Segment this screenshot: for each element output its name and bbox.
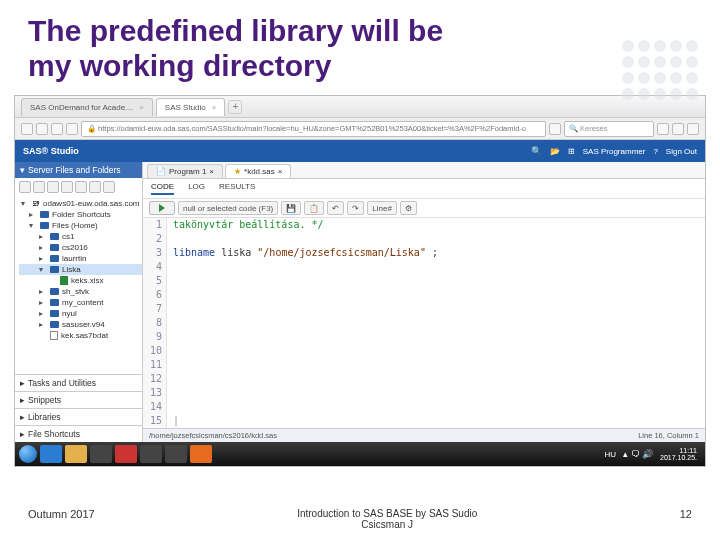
taskbar-ie-icon[interactable] <box>40 445 62 463</box>
tool-button[interactable] <box>89 181 101 193</box>
tool-button[interactable] <box>19 181 31 193</box>
tree-node[interactable]: ▾Files (Home) <box>19 220 142 231</box>
footer-center: Introduction to SAS BASE by SAS Sudio Cs… <box>95 508 680 530</box>
tree-node[interactable]: ▸sh_stvk <box>19 286 142 297</box>
section-label: File Shortcuts <box>28 429 80 439</box>
line-label: Line# <box>372 204 392 213</box>
close-icon[interactable]: × <box>209 167 214 176</box>
signout-button[interactable]: Sign Out <box>666 147 697 156</box>
tool-button[interactable] <box>47 181 59 193</box>
code-lines[interactable]: takönyvtár beállítása. */ libname liska … <box>167 218 705 428</box>
clock[interactable]: 11:11 2017.10.25. <box>656 447 701 461</box>
code-line <box>173 288 705 302</box>
sidebar-section-tasks[interactable]: ▸Tasks and Utilities <box>15 374 142 391</box>
url-text: https://odamid-euw.oda.sas.com/SASStudio… <box>98 124 526 133</box>
tool-button[interactable]: 📋 <box>304 201 324 215</box>
tab-label: *kdd.sas <box>244 167 275 176</box>
code-area[interactable]: 1 2 3 4 5 6 7 8 9 10 11 12 13 14 15 <box>143 218 705 428</box>
run-button[interactable] <box>149 201 175 215</box>
tree-node[interactable]: ▸nyul <box>19 308 142 319</box>
search-box[interactable]: 🔍Keresés <box>564 121 654 137</box>
taskbar-app-icon[interactable] <box>165 445 187 463</box>
tool-button[interactable]: ↷ <box>347 201 364 215</box>
tool-button[interactable] <box>33 181 45 193</box>
line-num: 13 <box>143 386 162 400</box>
subtab-log[interactable]: LOG <box>188 182 205 195</box>
new-button[interactable]: ⊞ <box>568 147 575 156</box>
folder-icon <box>50 244 59 251</box>
search-icon[interactable]: 🔍 <box>531 146 542 156</box>
tool-button[interactable] <box>75 181 87 193</box>
close-icon[interactable]: × <box>139 103 144 112</box>
sas7bdat-icon <box>50 331 58 340</box>
taskbar-firefox-icon[interactable] <box>190 445 212 463</box>
back-button[interactable] <box>21 123 33 135</box>
browser-tab[interactable]: SAS Studio× <box>156 98 226 116</box>
taskbar-app-icon[interactable] <box>115 445 137 463</box>
tree-node[interactable]: ▸sasuser.v94 <box>19 319 142 330</box>
sidebar-section-libraries[interactable]: ▸Libraries <box>15 408 142 425</box>
start-button[interactable] <box>19 445 37 463</box>
tree-node[interactable]: ▸cs1 <box>19 231 142 242</box>
search-icon: 🔍 <box>569 124 578 133</box>
close-icon[interactable]: × <box>212 103 217 112</box>
downloads-button[interactable] <box>657 123 669 135</box>
folder-open-icon[interactable]: 📂 <box>550 147 560 156</box>
forward-button[interactable] <box>36 123 48 135</box>
home-button[interactable] <box>66 123 78 135</box>
sidebar-section-fileshortcuts[interactable]: ▸File Shortcuts <box>15 425 142 442</box>
star-icon: ★ <box>234 167 241 176</box>
tool-button[interactable]: 💾 <box>281 201 301 215</box>
sidebar-sections: ▸Tasks and Utilities ▸Snippets ▸Librarie… <box>15 374 142 442</box>
tool-button[interactable] <box>103 181 115 193</box>
sidebar-section-snippets[interactable]: ▸Snippets <box>15 391 142 408</box>
lang-indicator[interactable]: HU <box>604 450 616 459</box>
browser-tab[interactable]: SAS OnDemand for Acade…× <box>21 98 153 116</box>
chevron-right-icon: ▸ <box>20 395 25 405</box>
tree-node[interactable]: ▸Folder Shortcuts <box>19 209 142 220</box>
tree-label: odaws01-euw.oda.sas.com <box>43 199 140 208</box>
new-tab-button[interactable]: + <box>228 100 242 114</box>
taskbar-explorer-icon[interactable] <box>65 445 87 463</box>
editor-statusbar: /home/jozsefcsicsman/cs2016/kdd.sas Line… <box>143 428 705 442</box>
tree-node[interactable]: ▸my_content <box>19 297 142 308</box>
server-icon: 🖳 <box>32 199 40 208</box>
subtab-results[interactable]: RESULTS <box>219 182 255 195</box>
role-label[interactable]: SAS Programmer <box>583 147 646 156</box>
lock-icon: 🔒 <box>87 124 96 133</box>
subtab-code[interactable]: CODE <box>151 182 174 195</box>
line-jump[interactable]: Line# <box>367 201 397 215</box>
program-icon: 📄 <box>156 167 166 176</box>
reload-button[interactable] <box>51 123 63 135</box>
tree-node[interactable]: ▸laurrtin <box>19 253 142 264</box>
tree-node[interactable]: ▸cs2016 <box>19 242 142 253</box>
addons-button[interactable] <box>672 123 684 135</box>
taskbar-app-icon[interactable] <box>90 445 112 463</box>
chevron-right-icon: ▸ <box>20 412 25 422</box>
tree-node-selected[interactable]: ▾Liska <box>19 264 142 275</box>
tree-root[interactable]: ▾🖳odaws01-euw.oda.sas.com <box>19 198 142 209</box>
close-icon[interactable]: × <box>278 167 283 176</box>
line-num: 10 <box>143 344 162 358</box>
menu-button[interactable] <box>687 123 699 135</box>
editor-tab[interactable]: 📄Program 1× <box>147 164 223 178</box>
tool-button[interactable] <box>61 181 73 193</box>
tool-button[interactable]: ↶ <box>327 201 344 215</box>
slide-footer: Outumn 2017 Introduction to SAS BASE by … <box>0 508 720 530</box>
stop-button[interactable] <box>549 123 561 135</box>
editor-tab-active[interactable]: ★*kdd.sas× <box>225 164 291 178</box>
tree-file[interactable]: kek.sas7bdat <box>19 330 142 341</box>
address-bar[interactable]: 🔒 https://odamid-euw.oda.sas.com/SASStud… <box>81 121 546 137</box>
sidebar-header-files[interactable]: ▾Server Files and Folders <box>15 162 142 178</box>
code-line <box>173 344 705 358</box>
folder-icon <box>50 255 59 262</box>
code-line <box>173 232 705 246</box>
tree-file[interactable]: keks.xlsx <box>19 275 142 286</box>
tree-label: Liska <box>62 265 81 274</box>
tool-button[interactable]: ⚙ <box>400 201 417 215</box>
taskbar-app-icon[interactable] <box>140 445 162 463</box>
play-icon <box>159 204 165 212</box>
folder-icon <box>50 233 59 240</box>
tray-icon[interactable]: ▴ 🗨 🔊 <box>623 449 653 459</box>
help-icon[interactable]: ? <box>653 147 657 156</box>
